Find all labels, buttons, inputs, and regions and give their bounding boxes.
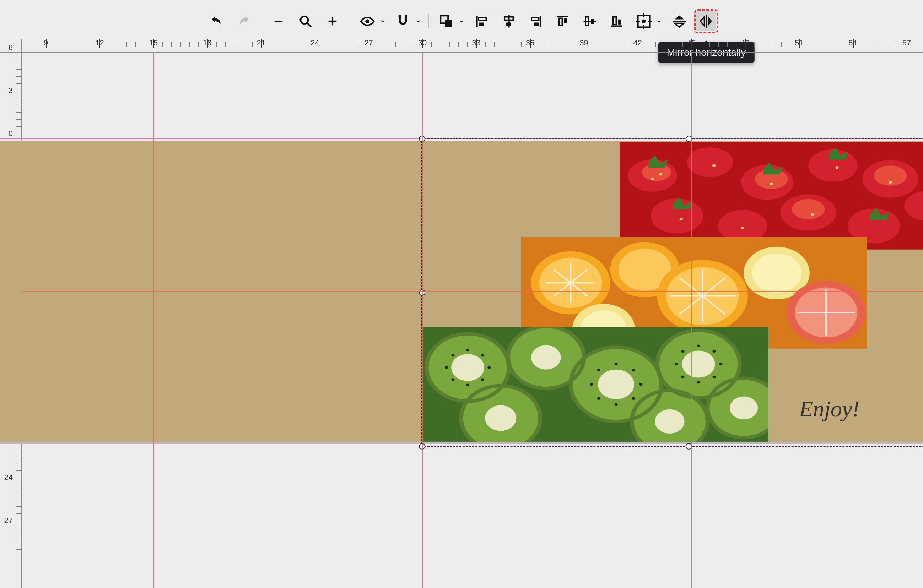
ruler-h-label: 12 — [95, 38, 104, 47]
zoom-out-button[interactable] — [269, 11, 289, 31]
svg-point-103 — [451, 378, 454, 381]
align-bottom-button[interactable] — [607, 11, 627, 31]
svg-point-95 — [655, 409, 685, 434]
svg-point-29 — [642, 20, 646, 23]
ruler-h-label: 33 — [472, 38, 480, 47]
svg-rect-9 — [445, 20, 452, 27]
ruler-h-label: 42 — [634, 38, 642, 47]
svg-rect-25 — [611, 25, 622, 27]
ruler-v-label: 27 — [4, 516, 13, 525]
svg-point-99 — [481, 354, 484, 357]
svg-point-91 — [682, 351, 715, 377]
arrange-button[interactable] — [436, 11, 456, 31]
align-hcenter-button[interactable] — [499, 11, 519, 31]
svg-point-58 — [741, 227, 744, 230]
svg-point-93 — [485, 405, 516, 431]
zoom-in-button[interactable] — [323, 11, 342, 31]
svg-point-50 — [792, 199, 824, 219]
mirror-vertical-button[interactable] — [669, 11, 689, 31]
ruler-h-label: 30 — [418, 38, 427, 47]
svg-point-102 — [466, 384, 469, 387]
ruler-v-label: 24 — [4, 473, 13, 482]
visibility-caret[interactable] — [379, 18, 386, 24]
svg-point-51 — [651, 178, 654, 181]
svg-point-107 — [632, 369, 635, 372]
undo-button[interactable] — [207, 11, 227, 31]
svg-point-120 — [675, 363, 678, 366]
svg-rect-17 — [532, 18, 539, 21]
svg-rect-6 — [399, 15, 401, 18]
align-vcenter-button[interactable] — [580, 11, 600, 31]
ruler-h-label: 57 — [902, 38, 911, 47]
ruler-h-label: 48 — [741, 38, 749, 47]
visibility-button[interactable] — [357, 11, 377, 31]
align-right-button[interactable] — [526, 11, 546, 31]
svg-point-104 — [445, 366, 448, 369]
redo-button[interactable] — [234, 11, 254, 31]
svg-point-98 — [466, 349, 469, 352]
svg-point-87 — [531, 345, 561, 369]
arrange-caret[interactable] — [458, 18, 465, 24]
svg-rect-10 — [476, 16, 478, 27]
svg-rect-12 — [478, 23, 483, 26]
svg-rect-4 — [332, 17, 333, 26]
snap-caret[interactable] — [415, 18, 421, 24]
align-left-button[interactable] — [472, 11, 492, 31]
svg-point-108 — [639, 383, 642, 386]
svg-rect-15 — [506, 23, 511, 26]
svg-point-119 — [681, 376, 684, 378]
svg-point-59 — [811, 213, 814, 216]
svg-point-116 — [719, 363, 722, 366]
svg-point-89 — [598, 370, 634, 400]
photo-kiwi[interactable] — [422, 327, 769, 442]
svg-point-111 — [597, 397, 600, 400]
selection-handle[interactable] — [419, 443, 425, 449]
ruler-v-label: -6 — [6, 43, 13, 52]
svg-rect-27 — [618, 20, 621, 25]
ruler-h-label: 18 — [203, 38, 211, 47]
ruler-h-label: 51 — [795, 38, 803, 47]
svg-point-54 — [770, 182, 773, 185]
ruler-h-label: 36 — [526, 38, 534, 47]
svg-point-105 — [451, 354, 454, 357]
svg-point-112 — [590, 383, 593, 386]
mirror-horizontal-button[interactable] — [696, 11, 716, 31]
ruler-h-label: 39 — [580, 38, 588, 47]
snap-button[interactable] — [393, 11, 413, 31]
selection-handle[interactable] — [686, 443, 692, 449]
svg-point-109 — [632, 397, 635, 400]
toolbar-separator — [350, 14, 350, 28]
svg-rect-16 — [540, 16, 541, 27]
zoom-fit-button[interactable] — [296, 11, 315, 31]
svg-rect-21 — [564, 18, 567, 23]
guide-horizontal[interactable] — [21, 291, 923, 292]
caption-text[interactable]: Enjoy! — [799, 396, 860, 422]
guide-vertical[interactable] — [153, 52, 154, 588]
svg-point-56 — [889, 181, 892, 184]
svg-point-57 — [680, 218, 683, 221]
svg-point-121 — [681, 350, 684, 353]
canvas-area[interactable]: Enjoy! — [21, 52, 923, 588]
guide-vertical[interactable] — [422, 52, 423, 588]
svg-point-101 — [481, 378, 484, 381]
svg-point-106 — [614, 363, 618, 366]
svg-rect-24 — [591, 19, 595, 24]
ruler-h-label: 24 — [310, 38, 319, 47]
center-caret[interactable] — [656, 18, 662, 24]
svg-line-2 — [307, 23, 311, 27]
ruler-v-label: -3 — [6, 86, 13, 95]
toolbar-separator — [429, 14, 429, 28]
svg-rect-19 — [557, 16, 568, 17]
center-on-page-button[interactable] — [634, 11, 654, 31]
svg-rect-18 — [534, 23, 539, 26]
svg-point-118 — [697, 381, 700, 384]
toolbar — [0, 7, 923, 36]
svg-point-52 — [659, 173, 662, 176]
align-top-button[interactable] — [553, 11, 573, 31]
ruler-h-label: 54 — [848, 38, 857, 47]
photo-strawberries[interactable] — [619, 142, 923, 250]
guide-vertical[interactable] — [691, 52, 692, 588]
svg-rect-11 — [478, 18, 486, 21]
horizontal-ruler[interactable]: 91215182124273033363942454851545760 — [21, 39, 923, 52]
svg-point-117 — [713, 376, 716, 378]
